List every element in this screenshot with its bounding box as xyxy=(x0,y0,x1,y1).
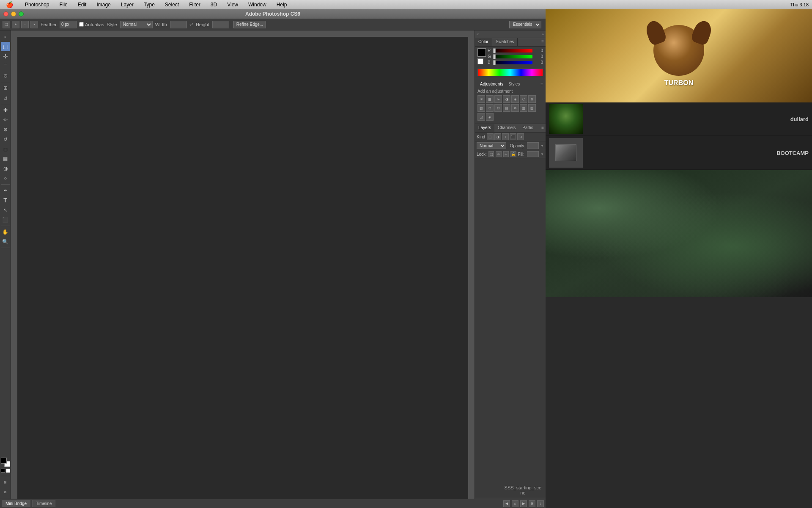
kind-pixel-btn[interactable]: ⬚ xyxy=(487,133,494,140)
menu-file[interactable]: File xyxy=(57,1,70,8)
zoom-tool-btn[interactable]: 🔍 xyxy=(1,237,10,246)
kind-adjust-btn[interactable]: ◑ xyxy=(494,133,501,140)
posterize-adj-btn[interactable]: ▥ xyxy=(520,104,527,112)
refine-edge-button[interactable]: Refine Edge... xyxy=(233,21,266,28)
menu-help[interactable]: Help xyxy=(274,1,290,8)
lock-transparent-btn[interactable]: ⬚ xyxy=(488,151,494,157)
gradient-map-adj-btn[interactable]: ◿ xyxy=(477,113,485,121)
bottom-next-btn[interactable]: ▶ xyxy=(520,500,527,507)
menu-window[interactable]: Window xyxy=(246,1,269,8)
extra-btn-2[interactable]: ⊕ xyxy=(1,487,10,497)
r-slider-thumb[interactable] xyxy=(493,48,496,53)
crop-tool-btn[interactable]: ⊞ xyxy=(1,83,10,93)
bottom-prev-btn[interactable]: ◀ xyxy=(503,500,510,507)
mini-bridge-tab[interactable]: Mini Bridge xyxy=(2,500,30,507)
menu-view[interactable]: View xyxy=(225,1,241,8)
menu-select[interactable]: Select xyxy=(162,1,181,8)
width-input[interactable] xyxy=(170,21,187,28)
g-slider-track[interactable] xyxy=(493,55,532,58)
menu-edit[interactable]: Edit xyxy=(75,1,89,8)
new-selection-btn[interactable]: ⬚ xyxy=(3,21,10,28)
menu-filter[interactable]: Filter xyxy=(187,1,203,8)
thumbnail-dullard[interactable]: dullard xyxy=(546,102,812,136)
toolbar-collapse-btn[interactable]: » xyxy=(1,32,10,41)
add-selection-btn[interactable]: + xyxy=(12,21,19,28)
minimize-button[interactable] xyxy=(11,11,16,17)
close-button[interactable] xyxy=(3,11,8,17)
color-panel-expand-btn[interactable]: ≡ xyxy=(540,38,546,46)
thumbnail-bootcamp[interactable]: BOOTCAMP xyxy=(546,136,812,170)
lock-position-btn[interactable]: ✛ xyxy=(503,151,509,157)
pen-tool-btn[interactable]: ✒ xyxy=(1,186,10,195)
marquee-tool-btn[interactable]: ⬚ xyxy=(1,42,10,51)
vibrance-adj-btn[interactable]: ◈ xyxy=(511,95,519,103)
fill-expand-btn[interactable]: ▼ xyxy=(540,152,544,156)
swap-dimensions-icon[interactable]: ⇌ xyxy=(189,22,193,27)
shape-tool-btn[interactable]: ⬛ xyxy=(1,215,10,224)
brightness-adj-btn[interactable]: ☀ xyxy=(477,95,485,103)
blur-tool-btn[interactable]: ◑ xyxy=(1,164,10,173)
opacity-expand-btn[interactable]: ▼ xyxy=(540,144,544,148)
photo-filter-adj-btn[interactable]: ⊡ xyxy=(486,104,494,112)
fg-color-box[interactable] xyxy=(477,48,486,57)
timeline-tab[interactable]: Timeline xyxy=(32,500,55,507)
adjustments-tab[interactable]: Adjustments xyxy=(477,81,506,87)
eyedropper-tool-btn[interactable]: ⊿ xyxy=(1,93,10,102)
bottom-grid-btn[interactable]: ⊞ xyxy=(529,500,535,507)
color-balance-adj-btn[interactable]: ⊞ xyxy=(528,95,536,103)
lock-pixels-btn[interactable]: ✏ xyxy=(496,151,501,157)
extra-btn-1[interactable]: ⊟ xyxy=(1,478,10,487)
channels-tab[interactable]: Channels xyxy=(494,124,519,132)
paths-tab[interactable]: Paths xyxy=(519,124,537,132)
eraser-tool-btn[interactable]: ◻ xyxy=(1,144,10,154)
b-slider-track[interactable] xyxy=(493,61,532,64)
threshold-adj-btn[interactable]: ▧ xyxy=(528,104,536,112)
swatches-tab[interactable]: Swatches xyxy=(492,38,518,46)
color-spectrum-bar[interactable] xyxy=(477,69,543,76)
kind-smart-btn[interactable]: ⊙ xyxy=(517,133,524,140)
height-input[interactable] xyxy=(212,21,229,28)
color-tab[interactable]: Color xyxy=(475,38,492,46)
invert-adj-btn[interactable]: ⊛ xyxy=(511,104,519,112)
clone-tool-btn[interactable]: ⊕ xyxy=(1,125,10,134)
apple-logo[interactable]: 🍎 xyxy=(3,0,16,9)
type-tool-btn[interactable]: T xyxy=(1,196,10,205)
channel-mix-adj-btn[interactable]: ⊟ xyxy=(494,104,502,112)
fg-bg-container[interactable] xyxy=(1,458,10,467)
hue-sat-adj-btn[interactable]: ⬡ xyxy=(520,95,527,103)
menu-layer[interactable]: Layer xyxy=(118,1,136,8)
panel-expand-right[interactable]: » xyxy=(542,32,544,36)
fill-input[interactable] xyxy=(527,151,539,157)
menu-3d[interactable]: 3D xyxy=(208,1,219,8)
style-select[interactable]: Normal Fixed Ratio Fixed Size xyxy=(120,21,153,28)
curves-adj-btn[interactable]: ∿ xyxy=(494,95,502,103)
bg-color-box-panel[interactable] xyxy=(477,58,483,64)
anti-alias-checkbox[interactable] xyxy=(79,22,84,27)
hand-tool-btn[interactable]: ✋ xyxy=(1,227,10,237)
gradient-tool-btn[interactable]: ▦ xyxy=(1,154,10,163)
kind-shape-btn[interactable]: ⬛ xyxy=(510,133,516,140)
layers-tab[interactable]: Layers xyxy=(475,124,494,132)
foreground-color-swatch[interactable] xyxy=(1,458,7,464)
opacity-input[interactable] xyxy=(527,142,539,149)
bottom-sort-btn[interactable]: ↕ xyxy=(537,500,544,507)
heal-tool-btn[interactable]: ✚ xyxy=(1,105,10,115)
subtract-selection-btn[interactable]: - xyxy=(21,21,29,28)
kind-type-btn[interactable]: T xyxy=(502,133,509,140)
menu-photoshop[interactable]: Photoshop xyxy=(22,1,52,8)
bw-adj-btn[interactable]: ▨ xyxy=(477,104,485,112)
exposure-adj-btn[interactable]: ◑ xyxy=(503,95,510,103)
color-lookup-adj-btn[interactable]: ▤ xyxy=(503,104,510,112)
styles-tab[interactable]: Styles xyxy=(506,81,522,87)
maximize-button[interactable] xyxy=(19,11,24,17)
quick-select-tool-btn[interactable]: ⊙ xyxy=(1,71,10,80)
bottom-home-btn[interactable]: ⌂ xyxy=(512,500,518,507)
feather-input[interactable] xyxy=(60,21,77,28)
lock-all-btn[interactable]: 🔒 xyxy=(510,151,516,157)
path-select-tool-btn[interactable]: ↖ xyxy=(1,205,10,215)
menu-image[interactable]: Image xyxy=(94,1,113,8)
move-tool-btn[interactable]: ✛ xyxy=(1,52,10,61)
b-slider-thumb[interactable] xyxy=(493,60,496,65)
r-slider-track[interactable] xyxy=(493,49,532,52)
lasso-tool-btn[interactable]: ⌒ xyxy=(1,61,10,71)
